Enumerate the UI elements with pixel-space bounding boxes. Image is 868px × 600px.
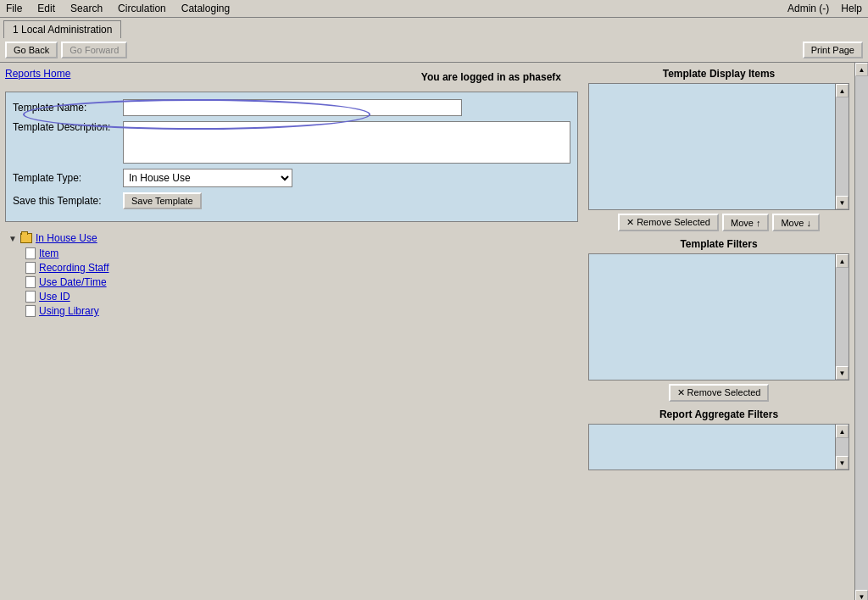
toolbar: Go Back Go Forward Print Page (0, 38, 868, 63)
tree-container: ▼ In House Use Item Recording Staff Use … (5, 229, 578, 323)
folder-icon (20, 233, 32, 243)
doc-icon-usinglibrary (25, 305, 36, 317)
doc-icon-item (25, 247, 36, 259)
form-container: Template Name: Template Description: Tem… (5, 92, 578, 222)
main-scroll-down[interactable]: ▼ (855, 590, 868, 600)
filters-scroll-down[interactable]: ▼ (836, 366, 849, 380)
go-back-button[interactable]: Go Back (5, 42, 58, 58)
save-template-row: Save this Template: Save Template (13, 192, 570, 209)
aggregate-list-container: ▲ ▼ (588, 424, 849, 470)
save-template-label: Save this Template: (13, 195, 123, 207)
display-buttons: ✕ Remove Selected Move ↑ Move ↓ (588, 214, 849, 231)
display-scroll-track (836, 97, 849, 196)
tree-link-recording[interactable]: Recording Staff (39, 262, 109, 274)
doc-icon-useid (25, 291, 36, 303)
menubar-left: File Edit Search Circulation Cataloging (3, 2, 232, 15)
filters-scroll-track (836, 268, 849, 366)
filters-list (588, 253, 836, 381)
template-name-row: Template Name: (13, 99, 570, 116)
menu-help[interactable]: Help (838, 2, 865, 15)
tabbar: 1 Local Administration (0, 18, 868, 38)
menubar-right: Admin (-) Help (785, 2, 865, 15)
save-template-button[interactable]: Save Template (123, 192, 202, 209)
toolbar-left: Go Back Go Forward (5, 42, 127, 58)
tab-local-admin[interactable]: 1 Local Administration (3, 20, 121, 38)
login-username: phasefx (523, 71, 561, 83)
right-panel: Template Display Items ▲ ▼ ✕ Remove Sele… (583, 63, 854, 600)
tree-node-item: Item (25, 247, 575, 259)
tree-link-useid[interactable]: Use ID (39, 291, 70, 303)
login-prefix: You are logged in as (421, 71, 520, 83)
aggregate-section: Report Aggregate Filters ▲ ▼ (588, 408, 849, 470)
template-desc-input[interactable] (123, 121, 570, 164)
menubar: File Edit Search Circulation Cataloging … (0, 0, 868, 18)
aggregate-scrollbar: ▲ ▼ (836, 424, 849, 470)
tree-node-recording: Recording Staff (25, 262, 575, 274)
main-area: Reports Home You are logged in as phasef… (0, 63, 868, 600)
template-type-select[interactable]: In House Use Circulation Holds Acquisiti… (123, 169, 292, 187)
aggregate-title: Report Aggregate Filters (588, 408, 849, 420)
filters-buttons: ✕ Remove Selected (588, 384, 849, 402)
display-scroll-up[interactable]: ▲ (836, 84, 849, 97)
aggregate-scroll-down[interactable]: ▼ (836, 456, 849, 469)
move-up-button[interactable]: Move ↑ (722, 214, 769, 231)
display-items-scrollbar: ▲ ▼ (836, 83, 849, 210)
template-desc-row: Template Description: (13, 121, 570, 164)
print-page-button[interactable]: Print Page (803, 42, 863, 58)
display-items-title: Template Display Items (588, 68, 849, 80)
display-items-section: Template Display Items ▲ ▼ ✕ Remove Sele… (588, 68, 849, 231)
filters-scrollbar: ▲ ▼ (836, 253, 849, 381)
display-scroll-down[interactable]: ▼ (836, 196, 849, 209)
main-scroll-track (855, 76, 868, 590)
main-scroll-up[interactable]: ▲ (855, 63, 868, 76)
tree-link-usinglibrary[interactable]: Using Library (39, 305, 99, 317)
filters-scroll-up[interactable]: ▲ (836, 254, 849, 268)
template-type-row: Template Type: In House Use Circulation … (13, 169, 570, 187)
template-name-input[interactable] (123, 99, 462, 116)
display-items-list (588, 83, 836, 210)
menu-admin[interactable]: Admin (-) (785, 2, 832, 15)
doc-icon-recording (25, 262, 36, 274)
remove-selected-button[interactable]: ✕ Remove Selected (618, 214, 719, 231)
display-items-list-container: ▲ ▼ (588, 83, 849, 210)
menu-search[interactable]: Search (68, 2, 105, 15)
main-vscrollbar: ▲ ▼ (854, 63, 868, 600)
template-type-label: Template Type: (13, 172, 123, 184)
template-name-label: Template Name: (13, 102, 123, 114)
menu-file[interactable]: File (3, 2, 25, 15)
template-desc-label: Template Description: (13, 121, 123, 133)
aggregate-scroll-up[interactable]: ▲ (836, 425, 849, 438)
tree-root: ▼ In House Use (8, 232, 575, 244)
left-panel: Reports Home You are logged in as phasef… (0, 63, 583, 600)
filters-title: Template Filters (588, 238, 849, 250)
menu-circulation[interactable]: Circulation (115, 2, 169, 15)
filters-list-container: ▲ ▼ (588, 253, 849, 381)
tree-link-item[interactable]: Item (39, 247, 58, 259)
doc-icon-usedatetime (25, 276, 36, 288)
tree-link-usedatetime[interactable]: Use Date/Time (39, 276, 107, 288)
tree-node-useid: Use ID (25, 291, 575, 303)
tree-node-usinglibrary: Using Library (25, 305, 575, 317)
aggregate-scroll-track (836, 438, 849, 456)
breadcrumb[interactable]: Reports Home (5, 68, 70, 80)
menu-cataloging[interactable]: Cataloging (179, 2, 232, 15)
filters-section: Template Filters ▲ ▼ ✕ Remove Selected (588, 238, 849, 402)
filters-remove-button[interactable]: ✕ Remove Selected (669, 384, 770, 402)
login-info: You are logged in as phasefx (421, 71, 578, 83)
aggregate-list (588, 424, 836, 470)
tree-root-link[interactable]: In House Use (36, 232, 97, 244)
tree-node-usedatetime: Use Date/Time (25, 276, 575, 288)
tree-toggle[interactable]: ▼ (8, 234, 17, 242)
go-forward-button[interactable]: Go Forward (61, 42, 127, 58)
menu-edit[interactable]: Edit (35, 2, 58, 15)
move-down-button[interactable]: Move ↓ (772, 214, 819, 231)
